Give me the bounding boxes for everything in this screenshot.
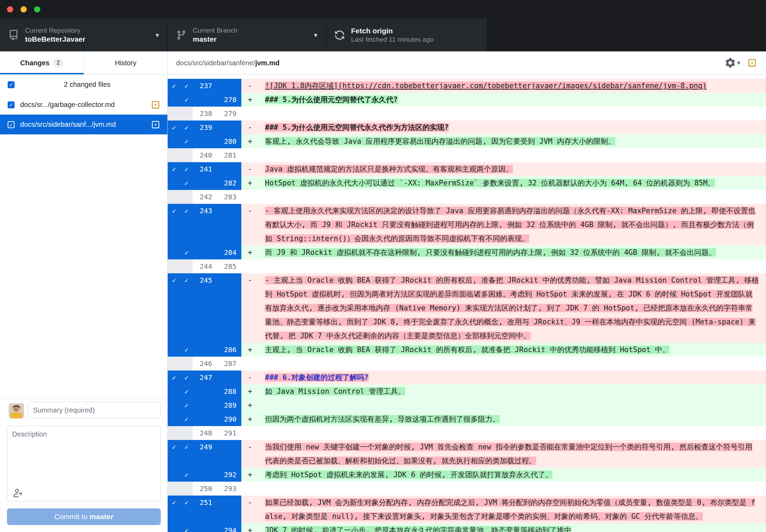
line-include-checkbox[interactable]: ✓ xyxy=(180,412,193,426)
diff-line-text: 如 Java Mission Control 管理工具。 xyxy=(259,384,766,398)
line-include-checkbox[interactable]: ✓ xyxy=(180,246,193,259)
new-line-number xyxy=(217,371,241,384)
close-window-button[interactable] xyxy=(7,6,13,13)
select-all-checkbox[interactable]: ✓ xyxy=(8,81,15,88)
file-checkbox[interactable]: ✓ xyxy=(8,101,15,108)
diff-line-text: ![JDK 1.8内存区域](https://cdn.tobebetterjav… xyxy=(259,79,766,93)
tab-changes[interactable]: Changes 2 xyxy=(0,51,84,74)
diff-row: ✓✓237-![JDK 1.8内存区域](https://cdn.tobebet… xyxy=(168,79,766,93)
diff-marker: - xyxy=(241,204,259,246)
line-include-checkbox[interactable]: ✓ xyxy=(180,523,193,532)
diff-line-text xyxy=(259,107,766,120)
line-include-checkbox[interactable] xyxy=(168,246,180,259)
diff-marker: - xyxy=(241,496,259,523)
line-include-checkbox[interactable]: ✓ xyxy=(168,79,180,93)
line-include-checkbox[interactable] xyxy=(168,384,180,398)
line-include-checkbox[interactable]: ✓ xyxy=(168,204,180,246)
commit-button[interactable]: Commit to master xyxy=(7,508,161,525)
diff-row: 246287 xyxy=(168,357,766,371)
new-line-number: 285 xyxy=(217,259,241,273)
line-include-checkbox[interactable]: ✓ xyxy=(180,79,193,93)
fetch-origin-button[interactable]: Fetch origin Last fetched 11 minutes ago xyxy=(326,18,487,51)
line-include-checkbox[interactable]: ✓ xyxy=(180,343,193,357)
new-line-number: 282 xyxy=(217,176,241,190)
line-include-checkbox[interactable]: ✓ xyxy=(180,398,193,412)
line-include-checkbox[interactable] xyxy=(168,134,180,148)
line-include-checkbox[interactable]: ✓ xyxy=(168,273,180,343)
old-line-number xyxy=(193,468,217,482)
line-include-checkbox[interactable] xyxy=(168,343,180,357)
line-include-checkbox[interactable]: ✓ xyxy=(168,162,180,176)
line-include-checkbox[interactable]: ✓ xyxy=(180,440,193,468)
diff-row: ✓289+ xyxy=(168,398,766,412)
file-path-prefix: docs/src/sidebar/sanfene/ xyxy=(176,59,255,67)
new-line-number: 280 xyxy=(217,134,241,148)
current-branch-button[interactable]: Current Branch master ▾ xyxy=(168,18,326,51)
diff-marker xyxy=(241,259,259,273)
description-input[interactable] xyxy=(7,426,161,501)
minimize-window-button[interactable] xyxy=(20,6,27,13)
line-include-checkbox[interactable]: ✓ xyxy=(180,273,193,343)
line-include-checkbox[interactable]: ✓ xyxy=(180,468,193,482)
diff-marker xyxy=(241,107,259,120)
diff-line-text: 而 J9 和 JRockit 虚拟机就不存在这种限制, 只要没有触碰到进程可用的… xyxy=(259,246,766,259)
line-include-checkbox[interactable]: ✓ xyxy=(180,93,193,107)
line-include-checkbox[interactable] xyxy=(168,468,180,482)
changed-files-count: 2 changed files xyxy=(15,81,160,89)
repo-icon xyxy=(8,30,19,40)
line-include-checkbox[interactable]: ✓ xyxy=(168,120,180,134)
diff-row: ✓286+主观上, 当 Oracle 收购 BEA 获得了 JRockit 的所… xyxy=(168,343,766,357)
diff-line-text: - 主观上当 Oracle 收购 BEA 获得了 JRockit 的所有权后, … xyxy=(259,273,766,343)
line-include-checkbox xyxy=(168,482,180,496)
line-include-checkbox[interactable] xyxy=(168,523,180,532)
new-line-number xyxy=(217,162,241,176)
line-include-checkbox[interactable]: ✓ xyxy=(180,120,193,134)
line-include-checkbox[interactable] xyxy=(168,398,180,412)
current-repository-name: toBeBetterJavaer xyxy=(25,35,151,44)
summary-input[interactable] xyxy=(28,402,161,418)
new-line-number: 283 xyxy=(217,190,241,204)
current-repository-button[interactable]: Current Repository toBeBetterJavaer ▾ xyxy=(0,18,168,51)
toolbar-spacer xyxy=(487,18,766,51)
line-include-checkbox[interactable]: ✓ xyxy=(168,440,180,468)
diff-line-text: 客观上, 永久代会导致 Java 应用程序更容易出现内存溢出的问题, 因为它要受… xyxy=(259,134,766,148)
line-include-checkbox xyxy=(168,259,180,273)
diff-panel: docs/src/sidebar/sanfene/jvm.md ▾ 236277… xyxy=(168,51,766,532)
line-include-checkbox[interactable]: ✓ xyxy=(180,384,193,398)
file-row-garbage-collector[interactable]: ✓ docs/sr.../garbage-collector.md xyxy=(0,95,167,115)
old-line-number: 240 xyxy=(193,148,217,162)
old-line-number: 245 xyxy=(193,273,217,343)
line-include-checkbox[interactable]: ✓ xyxy=(180,371,193,384)
file-checkbox[interactable]: ✓ xyxy=(8,121,15,128)
line-include-checkbox[interactable]: ✓ xyxy=(168,371,180,384)
diff-row: 240281 xyxy=(168,148,766,162)
file-row-jvm[interactable]: ✓ docs/src/sidebar/sanf.../jvm.md xyxy=(0,115,167,134)
diff-options-button[interactable]: ▾ xyxy=(725,58,740,68)
line-include-checkbox[interactable]: ✓ xyxy=(168,496,180,523)
line-include-checkbox[interactable]: ✓ xyxy=(180,496,193,523)
line-include-checkbox[interactable]: ✓ xyxy=(180,176,193,190)
commit-button-branch: master xyxy=(90,513,114,521)
line-include-checkbox[interactable]: ✓ xyxy=(180,162,193,176)
diff-row: 248291 xyxy=(168,426,766,440)
add-coauthor-icon[interactable] xyxy=(13,488,22,497)
sidebar-spacer xyxy=(0,134,167,399)
line-include-checkbox[interactable]: ✓ xyxy=(180,204,193,246)
chevron-down-icon: ▾ xyxy=(737,59,740,67)
github-desktop-window: Current Repository toBeBetterJavaer ▾ Cu… xyxy=(0,0,766,532)
zoom-window-button[interactable] xyxy=(34,6,40,13)
old-line-number xyxy=(193,412,217,426)
tab-history[interactable]: History xyxy=(84,51,168,74)
line-include-checkbox[interactable] xyxy=(168,176,180,190)
new-line-number: 286 xyxy=(217,343,241,357)
line-include-checkbox xyxy=(180,259,193,273)
tab-changes-label: Changes xyxy=(20,59,49,67)
line-include-checkbox xyxy=(180,190,193,204)
diff-line-text: ### 6.对象创建的过程了解吗? xyxy=(259,371,766,384)
line-include-checkbox[interactable]: ✓ xyxy=(180,134,193,148)
line-include-checkbox[interactable] xyxy=(168,93,180,107)
new-line-number: 279 xyxy=(217,107,241,120)
line-include-checkbox[interactable] xyxy=(168,412,180,426)
diff-marker: + xyxy=(241,343,259,357)
current-branch-label: Current Branch xyxy=(193,26,310,35)
